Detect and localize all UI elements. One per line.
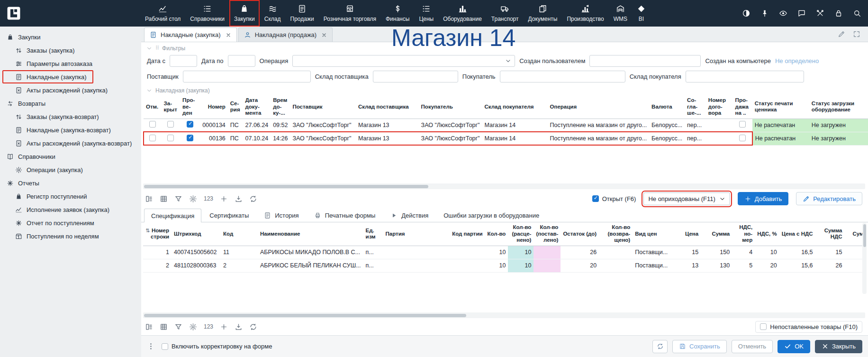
- checkbox[interactable]: [187, 135, 193, 141]
- topbar-item[interactable]: Оборудование: [438, 0, 487, 27]
- eye-icon[interactable]: [779, 9, 787, 18]
- sidebar-item[interactable]: Заказы (закупка): [0, 44, 141, 57]
- column-header[interactable]: Про-дажана ..: [733, 95, 752, 119]
- detail-tab[interactable]: Спецификация: [144, 209, 201, 222]
- fullscreen-icon[interactable]: [853, 30, 860, 38]
- table-row[interactable]: 248110280003632АБРИКОС БЕЛЫЙ ПЕЛИКАН СУШ…: [143, 259, 866, 272]
- plus-icon[interactable]: [220, 195, 228, 203]
- status-filter-dropdown[interactable]: Не оприходованы (F11): [643, 192, 730, 205]
- pin-icon[interactable]: [760, 9, 769, 18]
- column-header[interactable]: Поставщик: [290, 95, 355, 119]
- column-header[interactable]: Номердого-вора: [706, 95, 733, 119]
- edit-pencil-icon[interactable]: [838, 30, 845, 38]
- column-header[interactable]: Валюта: [649, 95, 685, 119]
- column-header[interactable]: Остаток (до): [561, 222, 599, 246]
- topbar-item[interactable]: BI: [632, 0, 651, 27]
- column-header[interactable]: Номер: [200, 95, 228, 119]
- table-grid-icon[interactable]: [160, 195, 168, 203]
- sidebar-item[interactable]: Исполнение заявок (закупка): [0, 203, 141, 216]
- checkbox[interactable]: [149, 121, 156, 128]
- column-header[interactable]: Кол-во(постав-лено): [533, 222, 561, 246]
- column-header[interactable]: Наименование: [258, 222, 363, 246]
- download-icon[interactable]: [235, 195, 243, 203]
- sidebar-item[interactable]: Поступления по неделям: [0, 229, 141, 243]
- table-row[interactable]: 00136ПС07.10.2414:26ЗАО "ЛюксСофтТорг"Ма…: [144, 132, 868, 145]
- detail-tab[interactable]: Действия: [383, 209, 435, 222]
- lock-icon[interactable]: [834, 9, 843, 18]
- sort-icon[interactable]: ⇅: [145, 228, 150, 234]
- search-icon[interactable]: [853, 9, 861, 18]
- contrast-icon[interactable]: [742, 9, 750, 18]
- topbar-item[interactable]: Цены: [414, 0, 438, 27]
- invoice-section-header[interactable]: Накладная (закупка): [141, 85, 868, 95]
- adjust-on-form-checkbox[interactable]: Включить корректировку на форме: [162, 343, 272, 350]
- topbar-item[interactable]: Транспорт: [487, 0, 524, 27]
- sidebar-item[interactable]: Накладные (закупка-возврат): [0, 123, 141, 137]
- scrollbar-thumb[interactable]: [144, 314, 466, 317]
- column-header[interactable]: Склад поставщика: [356, 95, 419, 119]
- column-header[interactable]: За-крыт: [162, 95, 181, 119]
- column-header[interactable]: Кол-во(расце-нено): [508, 222, 533, 246]
- filter-funnel-icon[interactable]: [174, 195, 182, 203]
- tools-icon[interactable]: [816, 9, 824, 18]
- refresh-button[interactable]: [652, 340, 668, 353]
- topbar-item[interactable]: Справочники: [185, 0, 229, 27]
- column-header[interactable]: Кол-во: [485, 222, 508, 246]
- open-filter-checkbox[interactable]: Открыт (F6): [592, 195, 636, 202]
- close-icon[interactable]: [226, 32, 231, 38]
- checkbox[interactable]: [149, 135, 156, 141]
- add-button[interactable]: Добавить: [738, 192, 788, 205]
- filter-input[interactable]: [373, 71, 458, 82]
- plus-icon[interactable]: [220, 323, 228, 331]
- checkbox[interactable]: [187, 121, 193, 128]
- topbar-item[interactable]: Склад: [260, 0, 286, 27]
- column-header[interactable]: Датадоку-мента: [243, 95, 271, 119]
- topbar-item[interactable]: Розничная торговля: [319, 0, 381, 27]
- topbar-item[interactable]: Закупки: [229, 0, 260, 27]
- checkbox[interactable]: [739, 135, 746, 141]
- column-header[interactable]: Сумма: [701, 222, 732, 246]
- column-header[interactable]: Времдо-ку-...: [271, 95, 290, 119]
- sidebar-item[interactable]: Операции (закупка): [0, 163, 141, 176]
- table-grid-icon[interactable]: [160, 323, 168, 331]
- sidebar-group[interactable]: Закупки: [0, 30, 141, 44]
- topbar-item[interactable]: Документы: [524, 0, 562, 27]
- filter-input[interactable]: [500, 71, 625, 82]
- topbar-item[interactable]: Производство: [562, 0, 608, 27]
- column-header[interactable]: Про-ве-ден: [180, 95, 200, 119]
- filter-funnel-icon[interactable]: [174, 323, 182, 331]
- filters-section-header[interactable]: ⠿ Фильтры: [141, 43, 868, 53]
- column-header[interactable]: Со-гла-ше-...: [685, 95, 706, 119]
- undelivered-checkbox[interactable]: Непоставленные товары (F10): [755, 321, 862, 333]
- topbar-item[interactable]: WMS: [609, 0, 632, 27]
- column-header[interactable]: Склад покупателя: [482, 95, 548, 119]
- table-row[interactable]: 1400741500560211АБРИКОСЫ МИКАДО ПОЛОВ.В …: [143, 246, 866, 259]
- table-row[interactable]: 0000134ПС27.06.2409:52ЗАО "ЛюксСофтТорг"…: [144, 119, 868, 132]
- list-layout-icon[interactable]: [145, 323, 153, 331]
- horizontal-scrollbar[interactable]: [143, 183, 865, 189]
- repeat-icon[interactable]: [249, 323, 257, 331]
- checkbox[interactable]: [167, 135, 174, 141]
- column-header[interactable]: Цена с НДС: [779, 222, 815, 246]
- column-header[interactable]: Код: [221, 222, 258, 246]
- download-icon[interactable]: [235, 323, 243, 331]
- detail-tab[interactable]: Печатные формы: [307, 209, 383, 222]
- list-layout-icon[interactable]: [145, 195, 153, 203]
- repeat-icon[interactable]: [249, 195, 257, 203]
- scrollbar-thumb[interactable]: [863, 224, 866, 247]
- column-header[interactable]: Отм.: [144, 95, 162, 119]
- checkbox[interactable]: [167, 121, 174, 128]
- checkbox[interactable]: [162, 343, 168, 350]
- sidebar-item[interactable]: Параметры автозаказа: [0, 57, 141, 70]
- close-button[interactable]: Закрыть: [815, 340, 862, 353]
- column-header[interactable]: Статус загрузкиоборудование: [809, 95, 868, 119]
- close-icon[interactable]: [321, 32, 327, 38]
- sidebar-item[interactable]: Накладные (закупка): [2, 70, 93, 83]
- filter-input[interactable]: [228, 55, 255, 67]
- filter-select[interactable]: [292, 55, 515, 67]
- column-header[interactable]: Операция: [548, 95, 650, 119]
- more-options-icon[interactable]: [147, 342, 155, 350]
- gear-icon[interactable]: [189, 323, 197, 331]
- column-header[interactable]: Партия: [383, 222, 436, 246]
- column-header[interactable]: Код партии: [436, 222, 485, 246]
